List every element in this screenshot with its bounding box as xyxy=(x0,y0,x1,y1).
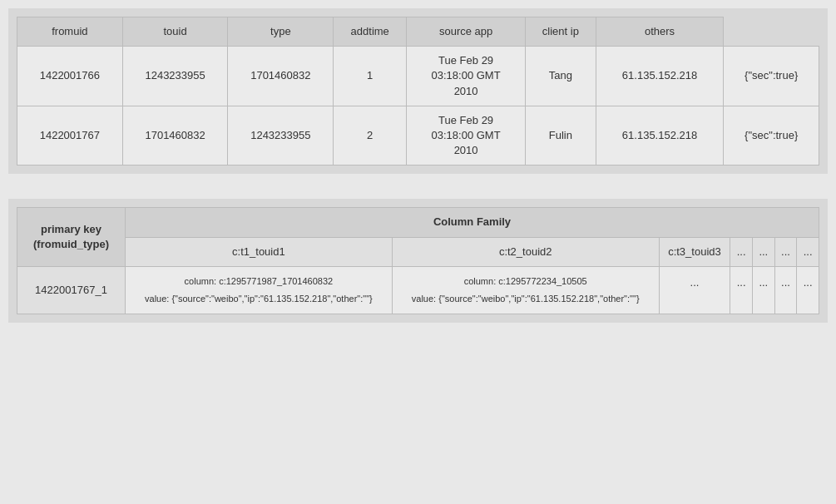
primary-key-header: primary key (fromuid_type) xyxy=(17,208,126,266)
cell-type: 2 xyxy=(334,106,407,166)
col2-value-text: value: {"source":"weibo","ip":"61.135.15… xyxy=(398,293,654,305)
cf-cell-dots-1: ... xyxy=(659,266,730,314)
cell-toid: 1243233955 xyxy=(228,106,334,166)
column-family-header: Column Family xyxy=(126,208,819,237)
cf-cell-col2: column: c:1295772234_10505 value: {"sour… xyxy=(392,266,659,314)
cell-addtime: Tue Feb 29 03:18:00 GMT 2010 xyxy=(407,47,526,106)
cf-col-header-3: c:t3_touid3 xyxy=(659,237,730,266)
col-header-addtime: addtime xyxy=(334,17,407,47)
cell-addtime: Tue Feb 29 03:18:00 GMT 2010 xyxy=(407,106,526,166)
col-header-others: others xyxy=(596,17,724,47)
cf-table-row: 1422001767_1 column: c:1295771987_170146… xyxy=(17,266,819,314)
cf-cell-col1: column: c:1295771987_1701460832 value: {… xyxy=(126,266,393,314)
cf-table: primary key (fromuid_type) Column Family… xyxy=(17,207,819,314)
cf-col-header-dots-3: ... xyxy=(774,237,797,266)
primary-key-cell: 1422001767_1 xyxy=(17,266,126,314)
cell-client-ip: 61.135.152.218 xyxy=(596,106,724,166)
cf-col-header-2: c:t2_touid2 xyxy=(392,237,659,266)
cell-others: {"sec":true} xyxy=(724,106,819,166)
col-header-touid: touid xyxy=(122,17,228,47)
cf-col-header-dots-1: ... xyxy=(730,237,753,266)
cf-cell-dots-3: ... xyxy=(752,266,774,314)
col-header-type: type xyxy=(228,17,334,47)
cf-col-header-dots-2: ... xyxy=(752,237,774,266)
cell-source-app: Tang xyxy=(525,47,596,106)
col-header-client-ip: client ip xyxy=(525,17,596,47)
cell-client-ip: 61.135.152.218 xyxy=(596,47,724,106)
cf-col-header-1: c:t1_touid1 xyxy=(126,237,393,266)
cell-fromuid: 1422001767 xyxy=(17,106,123,166)
cell-touid: 1701460832 xyxy=(122,106,228,166)
cell-others: {"sec":true} xyxy=(724,47,819,106)
cell-source-app: Fulin xyxy=(525,106,596,166)
table-row: 1422001767 1701460832 1243233955 2 Tue F… xyxy=(17,106,819,166)
col-header-source-app: source app xyxy=(407,17,526,47)
top-section: fromuid touid type addtime source app cl… xyxy=(8,8,828,174)
table-row: 1422001766 1243233955 1701460832 1 Tue F… xyxy=(17,47,819,106)
cf-cell-dots-2: ... xyxy=(730,266,753,314)
cf-col-header-dots-4: ... xyxy=(797,237,819,266)
top-table: fromuid touid type addtime source app cl… xyxy=(17,17,819,166)
col1-value-text: value: {"source":"weibo","ip":"61.135.15… xyxy=(131,293,387,305)
cf-cell-dots-5: ... xyxy=(797,266,819,314)
cell-fromuid: 1422001766 xyxy=(17,47,123,106)
cf-cell-dots-4: ... xyxy=(774,266,797,314)
bottom-section: primary key (fromuid_type) Column Family… xyxy=(8,199,828,323)
col2-column-text: column: c:1295772234_10505 xyxy=(398,275,654,288)
cell-type: 1 xyxy=(334,47,407,106)
cell-touid: 1243233955 xyxy=(122,47,228,106)
col1-column-text: column: c:1295771987_1701460832 xyxy=(131,275,387,288)
cell-toid: 1701460832 xyxy=(228,47,334,106)
col-header-fromuid: fromuid xyxy=(17,17,123,47)
